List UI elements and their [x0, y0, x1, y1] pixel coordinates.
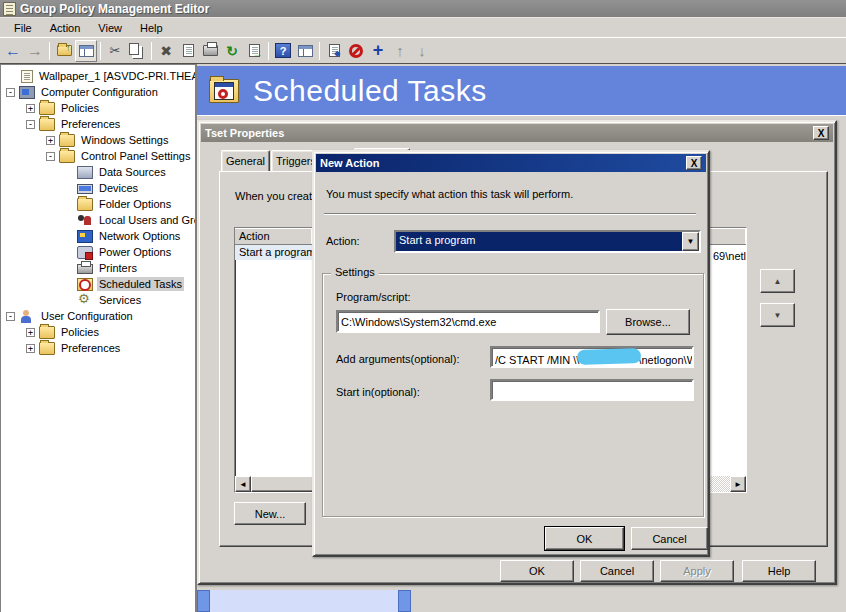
toolbar-separator: [100, 42, 101, 60]
toolbar-separator: [319, 42, 320, 60]
tree-item-folder-options[interactable]: Folder Options: [0, 196, 195, 212]
folder-icon: [39, 342, 55, 355]
new-action-button[interactable]: New...: [234, 502, 306, 525]
add-arguments-input[interactable]: /C START /MIN \\\netlogon\W: [490, 346, 694, 368]
tree-item-control-panel-settings[interactable]: -Control Panel Settings: [0, 148, 195, 164]
move-up-icon[interactable]: [389, 40, 411, 62]
tree-item-network-options[interactable]: Network Options: [0, 228, 195, 244]
expander[interactable]: +: [46, 136, 55, 145]
tree-item-root[interactable]: Wallpaper_1 [ASVDC-PRI.THEAGEN: [0, 68, 195, 84]
tree-item-policies[interactable]: +Policies: [0, 100, 195, 116]
window-titlebar: Group Policy Management Editor: [0, 0, 846, 18]
cut-icon[interactable]: [104, 40, 126, 62]
menu-view[interactable]: View: [89, 20, 131, 36]
move-action-down-button[interactable]: ▼: [760, 303, 795, 327]
scroll-left-button[interactable]: [197, 590, 210, 612]
expander[interactable]: -: [26, 120, 35, 129]
apply-button[interactable]: Apply: [660, 560, 734, 582]
menu-help[interactable]: Help: [131, 20, 172, 36]
expander[interactable]: +: [26, 104, 35, 113]
column-action[interactable]: Action: [235, 228, 313, 244]
new-action-title: New Action: [320, 157, 380, 169]
close-icon[interactable]: X: [686, 156, 702, 170]
cancel-button[interactable]: Cancel: [631, 527, 708, 550]
help-button[interactable]: Help: [742, 560, 816, 582]
redaction-blob: [577, 348, 641, 365]
program-script-label: Program/script:: [336, 291, 411, 303]
tset-properties-title: Tset Properties: [205, 127, 284, 139]
browse-button[interactable]: Browse...: [606, 309, 690, 335]
tab-general[interactable]: General: [221, 150, 270, 172]
properties-icon[interactable]: [177, 40, 199, 62]
tset-properties-titlebar[interactable]: Tset Properties X: [201, 124, 833, 142]
scroll-right-icon[interactable]: ►: [730, 476, 746, 492]
copy-icon[interactable]: [126, 40, 148, 62]
banner-title: Scheduled Tasks: [253, 74, 487, 108]
expander[interactable]: -: [46, 152, 55, 161]
tree-item-data-sources[interactable]: Data Sources: [0, 164, 195, 180]
tree-item-printers[interactable]: Printers: [0, 260, 195, 276]
back-icon[interactable]: [2, 40, 24, 62]
folder-open-icon: [59, 150, 75, 163]
expander[interactable]: -: [6, 88, 15, 97]
ok-button[interactable]: OK: [500, 560, 574, 582]
report-icon[interactable]: [323, 40, 345, 62]
show-console-tree-icon[interactable]: [75, 40, 97, 62]
tree-item-user-policies[interactable]: +Policies: [0, 324, 195, 340]
menu-bar: File Action View Help: [0, 18, 846, 38]
folder-icon: [59, 134, 75, 147]
toolbar-separator: [49, 42, 50, 60]
tree-item-user-preferences[interactable]: +Preferences: [0, 340, 195, 356]
tree-item-services[interactable]: Services: [0, 292, 195, 308]
services-icon: [77, 294, 93, 307]
export-list-icon[interactable]: [243, 40, 265, 62]
horizontal-scrollbar[interactable]: [197, 590, 411, 612]
tree-item-local-users-and-groups[interactable]: Local Users and Gro: [0, 212, 195, 228]
tree-item-power-options[interactable]: Power Options: [0, 244, 195, 260]
ok-button[interactable]: OK: [545, 527, 624, 550]
toolbar-separator: [268, 42, 269, 60]
close-icon[interactable]: X: [813, 126, 829, 140]
move-down-icon[interactable]: [411, 40, 433, 62]
program-script-input[interactable]: [336, 310, 600, 333]
devices-icon: [77, 184, 93, 194]
move-action-up-button[interactable]: ▲: [760, 269, 795, 293]
settings-group-label: Settings: [331, 266, 379, 278]
tree-item-scheduled-tasks[interactable]: Scheduled Tasks: [0, 276, 195, 292]
expander[interactable]: +: [26, 328, 35, 337]
expander[interactable]: +: [26, 344, 35, 353]
computer-icon: [19, 86, 35, 99]
tree-item-windows-settings[interactable]: +Windows Settings: [0, 132, 195, 148]
cancel-button[interactable]: Cancel: [580, 560, 654, 582]
refresh-icon[interactable]: [221, 40, 243, 62]
print-icon[interactable]: [199, 40, 221, 62]
tree-item-devices[interactable]: Devices: [0, 180, 195, 196]
up-one-level-icon[interactable]: [53, 40, 75, 62]
show-hide-icon[interactable]: [294, 40, 316, 62]
new-action-titlebar[interactable]: New Action X: [316, 154, 706, 172]
tree-item-preferences[interactable]: -Preferences: [0, 116, 195, 132]
delete-icon[interactable]: [155, 40, 177, 62]
action-select[interactable]: Start a program ▼: [394, 230, 701, 253]
expander[interactable]: -: [6, 312, 15, 321]
power-icon: [77, 246, 93, 259]
network-icon: [77, 230, 93, 243]
disable-icon[interactable]: [345, 40, 367, 62]
scroll-left-icon[interactable]: ◄: [235, 476, 251, 492]
start-in-input[interactable]: [490, 379, 694, 401]
scroll-track[interactable]: [210, 590, 398, 612]
chevron-down-icon[interactable]: ▼: [682, 232, 699, 251]
forward-icon[interactable]: [24, 40, 46, 62]
new-action-dialog: New Action X You must specify what actio…: [312, 150, 710, 557]
menu-file[interactable]: File: [5, 20, 41, 36]
tree-item-user-configuration[interactable]: -User Configuration: [0, 308, 195, 324]
actions-intro-text: When you creat: [235, 190, 312, 202]
menu-action[interactable]: Action: [41, 20, 90, 36]
scheduled-tasks-banner-icon: [209, 79, 239, 103]
scroll-thumb[interactable]: [398, 590, 411, 612]
action-row-arguments-fragment: 69\netl: [713, 250, 746, 262]
help-icon[interactable]: ?: [272, 40, 294, 62]
add-icon[interactable]: [367, 40, 389, 62]
action-label: Action:: [326, 235, 360, 247]
tree-item-computer-configuration[interactable]: -Computer Configuration: [0, 84, 195, 100]
